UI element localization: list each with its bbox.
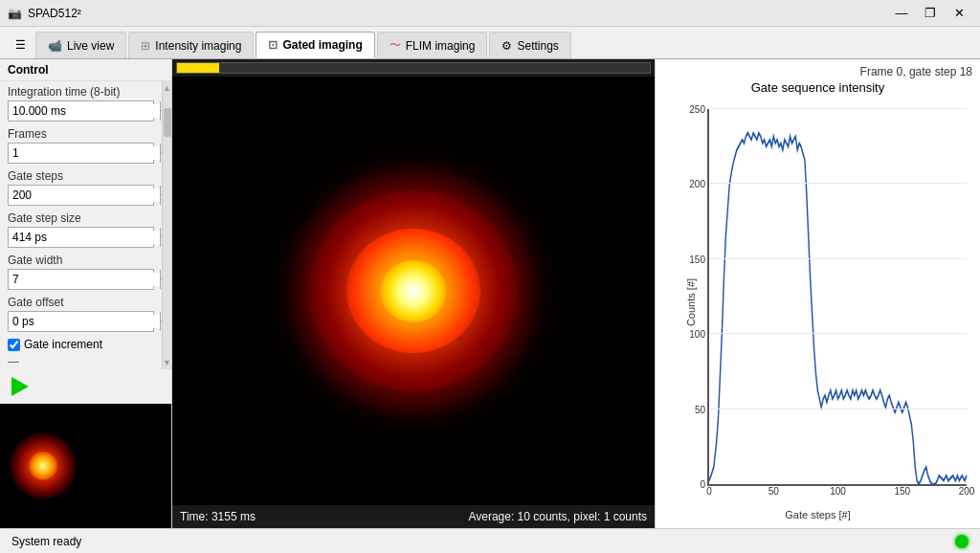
gate-increment-row: Gate increment <box>8 338 154 351</box>
gate-width-label: Gate width <box>8 254 154 267</box>
tab-intensity[interactable]: ⊞ Intensity imaging <box>128 32 254 58</box>
x-tick-200: 200 <box>959 486 975 488</box>
image-footer: Time: 3155 ms Average: 10 counts, pixel:… <box>172 505 655 528</box>
gate-steps-input[interactable] <box>9 188 160 202</box>
right-panel: Frame 0, gate step 18 Gate sequence inte… <box>655 59 980 528</box>
status-bar: System ready <box>0 528 980 553</box>
frame-info: Frame 0, gate step 18 <box>659 63 976 80</box>
x-tick-0: 0 <box>706 486 712 488</box>
x-tick-50: 50 <box>768 486 779 488</box>
frames-group: Frames ▲ ▼ <box>8 127 154 164</box>
stats-label: Average: 10 counts, pixel: 1 counts <box>468 510 647 523</box>
x-tick-150: 150 <box>894 486 910 488</box>
gate-offset-input[interactable] <box>9 315 160 328</box>
tab-settings[interactable]: ⚙ Settings <box>489 32 570 58</box>
window-controls: — ❐ ✕ <box>888 3 972 24</box>
gate-increment-label: Gate increment <box>24 338 102 351</box>
status-text: System ready <box>11 535 81 548</box>
tab-gated[interactable]: ⊡ Gated imaging <box>256 32 374 58</box>
tab-hamburger[interactable]: ☰ <box>8 32 33 58</box>
settings-icon: ⚙ <box>501 39 512 53</box>
app-title: SPAD512² <box>28 7 81 20</box>
tab-bar: ☰ 📹 Live view ⊞ Intensity imaging ⊡ Gate… <box>0 27 980 59</box>
gridline-200 <box>709 183 967 184</box>
title-bar: 📷 SPAD512² — ❐ ✕ <box>0 0 980 27</box>
gridline-50 <box>709 409 967 409</box>
main-glow-inner <box>380 260 447 322</box>
liveview-icon: 📹 <box>48 39 62 53</box>
scrollbar[interactable]: ▲ ▼ <box>162 81 171 369</box>
gate-step-size-group: Gate step size ▲ ▼ <box>8 211 154 248</box>
chart-svg <box>709 109 967 484</box>
progress-bar-area <box>172 59 655 77</box>
y-tick-150: 150 <box>689 254 709 264</box>
control-scroll-area[interactable]: Integration time (8-bit) ▲ ▼ Frames <box>0 81 162 369</box>
gate-step-size-input[interactable] <box>9 231 160 244</box>
gate-width-group: Gate width ▲ ▼ <box>8 254 154 290</box>
x-axis-label: Gate steps [#] <box>785 509 850 520</box>
integration-time-spinbox[interactable]: ▲ ▼ <box>8 100 154 122</box>
main-area: Control Integration time (8-bit) ▲ ▼ <box>0 59 980 528</box>
gate-offset-group: Gate offset ▲ ▼ <box>8 296 154 332</box>
left-panel: Control Integration time (8-bit) ▲ ▼ <box>0 59 172 528</box>
control-header: Control <box>0 59 171 81</box>
integration-time-input[interactable] <box>9 104 160 118</box>
gridline-250 <box>709 108 967 109</box>
gate-steps-label: Gate steps <box>8 169 154 183</box>
frames-spinbox[interactable]: ▲ ▼ <box>8 143 154 164</box>
x-tick-100: 100 <box>830 486 846 488</box>
flim-icon: 〜 <box>390 37 401 54</box>
play-area <box>0 369 171 404</box>
hamburger-icon: ☰ <box>15 38 26 52</box>
chart-wrapper: Gate sequence intensity Counts [#] 250 2… <box>659 80 976 524</box>
tab-liveview[interactable]: 📹 Live view <box>35 32 126 58</box>
intensity-icon: ⊞ <box>141 39 150 53</box>
integration-time-group: Integration time (8-bit) ▲ ▼ <box>8 85 154 122</box>
gate-step-size-label: Gate step size <box>8 211 154 225</box>
chart-title: Gate sequence intensity <box>659 80 976 95</box>
close-button[interactable]: ✕ <box>946 3 972 24</box>
gate-width-input[interactable] <box>9 273 160 286</box>
status-led <box>955 535 969 548</box>
gated-icon: ⊡ <box>268 38 278 52</box>
frames-input[interactable] <box>9 146 160 160</box>
y-tick-100: 100 <box>689 329 709 340</box>
chart-inner: 250 200 150 100 50 0 0 50 100 150 200 <box>707 109 967 486</box>
frames-label: Frames <box>8 127 154 141</box>
gridline-150 <box>709 258 967 259</box>
gate-steps-group: Gate steps ▲ ▼ <box>8 169 154 206</box>
maximize-button[interactable]: ❐ <box>917 3 944 24</box>
center-panel: Time: 3155 ms Average: 10 counts, pixel:… <box>172 59 655 528</box>
gridline-100 <box>709 333 967 334</box>
integration-time-label: Integration time (8-bit) <box>8 85 154 99</box>
app-icon: 📷 <box>8 7 22 20</box>
thumbnail-glow-inner <box>29 452 57 480</box>
progress-bar <box>176 62 651 74</box>
play-icon <box>11 377 29 396</box>
gate-offset-spinbox[interactable]: ▲ ▼ <box>8 311 154 332</box>
progress-fill <box>177 63 219 73</box>
thumbnail <box>0 404 171 528</box>
minimize-button[interactable]: — <box>888 3 915 24</box>
scroll-thumb[interactable] <box>164 108 171 137</box>
chart-line <box>709 133 967 484</box>
gate-width-spinbox[interactable]: ▲ ▼ <box>8 269 154 290</box>
y-tick-50: 50 <box>695 404 709 414</box>
gate-steps-spinbox[interactable]: ▲ ▼ <box>8 185 154 206</box>
gate-increment-checkbox[interactable] <box>8 339 20 351</box>
y-axis-label: Counts [#] <box>685 278 697 326</box>
gate-step-size-spinbox[interactable]: ▲ ▼ <box>8 227 154 248</box>
tab-flim[interactable]: 〜 FLIM imaging <box>377 32 488 58</box>
main-image-area <box>172 77 655 505</box>
y-tick-200: 200 <box>689 179 709 189</box>
title-bar-left: 📷 SPAD512² <box>8 7 81 20</box>
y-tick-250: 250 <box>689 104 709 115</box>
play-button[interactable] <box>8 374 33 399</box>
time-label: Time: 3155 ms <box>180 510 256 523</box>
gate-offset-label: Gate offset <box>8 296 154 309</box>
partial-row: — <box>8 355 154 368</box>
